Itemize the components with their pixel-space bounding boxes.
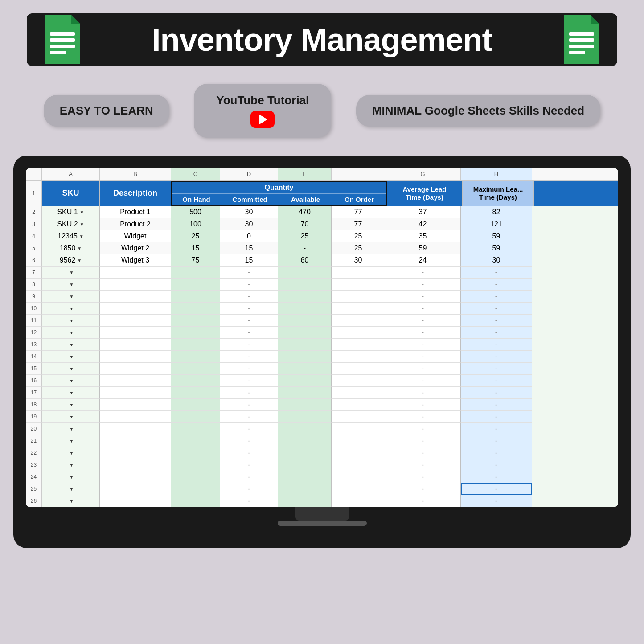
dropdown-arrow-icon: ▼: [79, 234, 84, 239]
dropdown-arrow-icon: ▼: [70, 282, 74, 287]
table-row: 9 ▼---: [26, 291, 618, 303]
dropdown-arrow-icon: ▼: [70, 306, 74, 311]
dropdown-arrow-icon: ▼: [70, 475, 74, 480]
column-headers: A B C D E F G H: [26, 168, 618, 181]
dropdown-cell[interactable]: ▼: [42, 363, 100, 375]
dropdown-cell[interactable]: 1850 ▼: [42, 242, 100, 254]
dropdown-arrow-icon: ▼: [80, 210, 84, 215]
on-order-header: On Order: [332, 194, 386, 205]
table-row: 51850 ▼Widget 21515-255959: [26, 242, 618, 254]
svg-rect-2: [50, 32, 75, 36]
dropdown-cell[interactable]: ▼: [42, 399, 100, 411]
table-row: 412345 ▼Widget25025253559: [26, 230, 618, 242]
col-header-h: H: [461, 168, 532, 180]
dropdown-cell[interactable]: ▼: [42, 459, 100, 471]
svg-rect-3: [50, 38, 75, 42]
monitor: A B C D E F G H 1 SKU Description Quanti…: [13, 156, 631, 548]
youtube-play-button[interactable]: [250, 111, 275, 128]
table-row: 24 ▼---: [26, 471, 618, 483]
table-row: 22 ▼---: [26, 447, 618, 459]
dropdown-cell[interactable]: 9562 ▼: [42, 254, 100, 267]
col-header-d: D: [220, 168, 278, 180]
dropdown-arrow-icon: ▼: [70, 318, 74, 323]
dropdown-cell[interactable]: ▼: [42, 387, 100, 399]
dropdown-cell[interactable]: ▼: [42, 339, 100, 351]
dropdown-arrow-icon: ▼: [70, 270, 74, 275]
col-header-c: C: [171, 168, 220, 180]
dropdown-arrow-icon: ▼: [77, 258, 82, 263]
svg-rect-10: [569, 45, 594, 48]
dropdown-cell[interactable]: ▼: [42, 279, 100, 291]
table-row: 16 ▼---: [26, 375, 618, 387]
col-header-g: G: [385, 168, 461, 180]
dropdown-arrow-icon: ▼: [70, 366, 74, 371]
page-header: Inventory Management: [27, 13, 617, 66]
dropdown-cell[interactable]: ▼: [42, 411, 100, 423]
table-row: 69562 ▼Widget 3751560302430: [26, 254, 618, 267]
table-row: 8 ▼---: [26, 279, 618, 291]
table-row: 3SKU 2 ▼Product 210030707742121: [26, 218, 618, 230]
svg-marker-7: [591, 15, 599, 24]
dropdown-arrow-icon: ▼: [70, 330, 74, 335]
dropdown-cell[interactable]: 12345 ▼: [42, 230, 100, 242]
badges-row: EASY TO LEARN YouTube Tutorial MINIMAL G…: [36, 84, 608, 138]
dropdown-cell[interactable]: ▼: [42, 423, 100, 435]
table-row: 25 ▼---: [26, 483, 618, 495]
easy-badge: EASY TO LEARN: [44, 95, 169, 127]
dropdown-arrow-icon: ▼: [70, 499, 74, 504]
dropdown-cell[interactable]: ▼: [42, 483, 100, 495]
dropdown-arrow-icon: ▼: [70, 487, 74, 492]
committed-header: Committed: [221, 194, 279, 205]
dropdown-cell[interactable]: SKU 1 ▼: [42, 206, 100, 218]
dropdown-cell[interactable]: ▼: [42, 495, 100, 507]
dropdown-cell[interactable]: ▼: [42, 375, 100, 387]
dropdown-arrow-icon: ▼: [70, 402, 74, 407]
table-row: 13 ▼---: [26, 339, 618, 351]
on-hand-header: On Hand: [172, 194, 221, 205]
dropdown-cell[interactable]: ▼: [42, 327, 100, 339]
table-row: 14 ▼---: [26, 351, 618, 363]
table-row: 19 ▼---: [26, 411, 618, 423]
table-row: 26 ▼---: [26, 495, 618, 507]
dropdown-arrow-icon: ▼: [77, 246, 82, 251]
dropdown-arrow-icon: ▼: [70, 378, 74, 383]
table-row: 10 ▼---: [26, 303, 618, 315]
page-title: Inventory Management: [152, 21, 492, 58]
col-header-b: B: [100, 168, 171, 180]
dropdown-cell[interactable]: SKU 2 ▼: [42, 218, 100, 230]
svg-rect-4: [50, 45, 75, 48]
table-row: 20 ▼---: [26, 423, 618, 435]
svg-marker-1: [71, 15, 80, 24]
table-row: 12 ▼---: [26, 327, 618, 339]
dropdown-cell[interactable]: ▼: [42, 447, 100, 459]
dropdown-cell[interactable]: ▼: [42, 471, 100, 483]
col-header-a: A: [42, 168, 100, 180]
dropdown-arrow-icon: ▼: [70, 342, 74, 347]
dropdown-arrow-icon: ▼: [70, 439, 74, 443]
available-header: Available: [279, 194, 332, 205]
avg-lead-header: Average LeadTime (Days): [387, 181, 463, 206]
dropdown-arrow-icon: ▼: [70, 451, 74, 455]
monitor-base: [278, 521, 367, 526]
google-sheets-icon-left: [40, 15, 85, 64]
quantity-group: Quantity On Hand Committed Available On …: [171, 181, 387, 206]
dropdown-cell[interactable]: ▼: [42, 291, 100, 303]
dropdown-cell[interactable]: ▼: [42, 267, 100, 279]
table-row: 2SKU 1 ▼Product 150030470773782: [26, 206, 618, 218]
dropdown-cell[interactable]: ▼: [42, 303, 100, 315]
sku-header: SKU: [42, 181, 100, 206]
table-row: 21 ▼---: [26, 435, 618, 447]
google-sheets-icon-right: [559, 15, 604, 64]
data-rows: 2SKU 1 ▼Product 1500304707737823SKU 2 ▼P…: [26, 206, 618, 507]
table-row: 18 ▼---: [26, 399, 618, 411]
svg-rect-8: [569, 32, 594, 36]
dropdown-cell[interactable]: ▼: [42, 351, 100, 363]
dropdown-cell[interactable]: ▼: [42, 435, 100, 447]
dropdown-cell[interactable]: ▼: [42, 315, 100, 327]
svg-rect-5: [50, 51, 66, 54]
minimal-badge: MINIMAL Google Sheets Skills Needed: [356, 95, 600, 127]
table-row: 17 ▼---: [26, 387, 618, 399]
youtube-badge[interactable]: YouTube Tutorial: [194, 84, 331, 138]
header-spacer: [26, 168, 42, 180]
col-header-e: E: [278, 168, 332, 180]
